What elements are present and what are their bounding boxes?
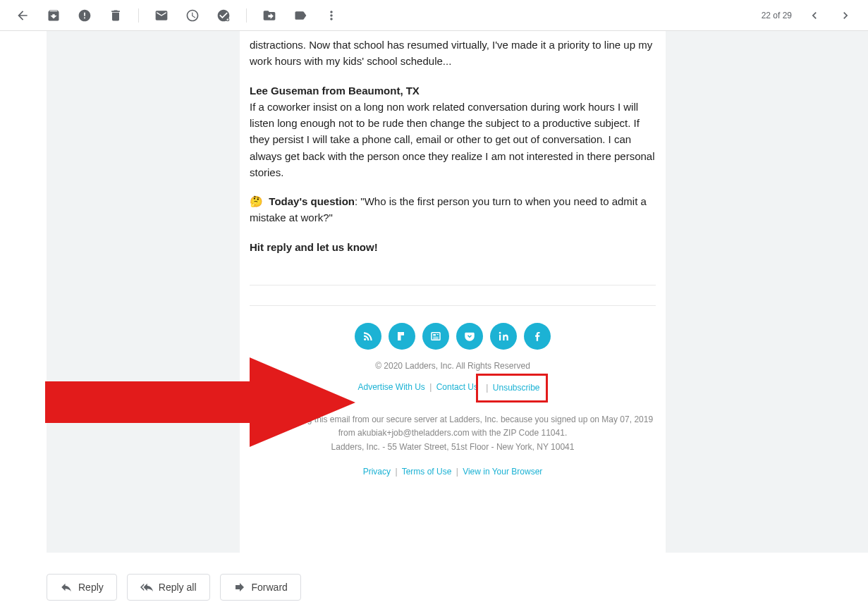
back-button[interactable]	[8, 1, 37, 30]
author-block: Lee Guseman from Beaumont, TX If a cowor…	[250, 82, 656, 181]
content-wrap: distractions. Now that school has resume…	[0, 31, 868, 553]
svg-rect-10	[433, 334, 436, 336]
move-to-button[interactable]	[255, 1, 283, 30]
prev-message-button[interactable]	[800, 1, 829, 30]
forward-icon	[233, 581, 246, 594]
email-body: distractions. Now that school has resume…	[240, 31, 666, 553]
svg-rect-13	[437, 334, 439, 335]
cta-text: Hit reply and let us know!	[250, 241, 378, 253]
more-button[interactable]	[317, 1, 346, 30]
svg-point-1	[364, 338, 366, 340]
reply-all-button[interactable]: Reply all	[127, 574, 210, 601]
actions-row: Reply Reply all Forward	[0, 553, 868, 614]
footer: © 2020 Ladders, Inc. All Rights Reserved…	[240, 360, 666, 493]
add-to-tasks-button[interactable]	[209, 1, 238, 30]
forward-button[interactable]: Forward	[220, 574, 301, 601]
intro-fragment: distractions. Now that school has resume…	[250, 37, 656, 70]
reply-label: Reply	[78, 582, 104, 593]
pocket-icon[interactable]	[456, 323, 483, 350]
delete-button[interactable]	[102, 1, 130, 30]
flipboard-icon[interactable]	[389, 323, 415, 350]
linkedin-icon[interactable]	[490, 323, 517, 350]
reply-icon	[60, 581, 73, 594]
terms-link[interactable]: Terms of Use	[402, 467, 452, 477]
reply-button[interactable]: Reply	[47, 574, 117, 601]
author-body: If a coworker insist on a long non work …	[250, 101, 655, 178]
copyright: © 2020 Ladders, Inc. All Rights Reserved	[250, 360, 656, 373]
news-icon[interactable]	[422, 323, 449, 350]
social-row	[240, 323, 666, 350]
next-message-button[interactable]	[831, 1, 860, 30]
privacy-link[interactable]: Privacy	[363, 467, 391, 477]
forward-label: Forward	[252, 582, 288, 593]
footer-links-2: Privacy | Terms of Use | View in Your Br…	[250, 465, 656, 479]
contact-link[interactable]: Contact Us	[436, 382, 478, 392]
pager-text: 22 of 29	[762, 11, 792, 20]
author-name: Lee Guseman from Beaumont, TX	[250, 85, 420, 97]
left-gutter	[47, 31, 240, 553]
reply-all-label: Reply all	[159, 582, 197, 593]
disclosure-1: You're receiving this email from our sec…	[250, 413, 656, 440]
question-label: Today's question	[269, 195, 355, 207]
spam-button[interactable]	[71, 1, 99, 30]
thinking-emoji: 🤔	[250, 195, 263, 207]
reply-all-icon	[140, 581, 153, 594]
toolbar-separator	[246, 8, 247, 23]
question-block: 🤔 Today's question: "Who is the first pe…	[250, 193, 656, 226]
right-gutter	[666, 31, 868, 553]
labels-button[interactable]	[286, 1, 314, 30]
svg-point-15	[499, 332, 501, 334]
toolbar: 22 of 29	[0, 0, 868, 31]
message-content: distractions. Now that school has resume…	[240, 31, 666, 272]
archive-button[interactable]	[39, 1, 68, 30]
view-browser-link[interactable]: View in Your Browser	[463, 467, 542, 477]
unsubscribe-link[interactable]: Unsubscribe	[493, 383, 540, 393]
svg-rect-7	[401, 332, 405, 336]
disclosure-2: Ladders, Inc. - 55 Water Street, 51st Fl…	[250, 441, 656, 454]
mark-unread-button[interactable]	[147, 1, 176, 30]
separator	[250, 285, 656, 285]
snooze-button[interactable]	[178, 1, 207, 30]
toolbar-separator	[138, 8, 139, 23]
rss-icon[interactable]	[355, 323, 381, 350]
svg-rect-2	[398, 332, 401, 340]
facebook-icon[interactable]	[524, 323, 551, 350]
separator	[250, 305, 656, 306]
advertise-link[interactable]: Advertise With Us	[357, 382, 424, 392]
svg-rect-12	[433, 338, 439, 339]
svg-rect-14	[499, 335, 501, 340]
footer-links-1: Advertise With Us | Contact Us | Unsubsc…	[250, 373, 656, 402]
svg-rect-11	[433, 337, 439, 338]
unsubscribe-highlight: | Unsubscribe	[476, 374, 547, 403]
